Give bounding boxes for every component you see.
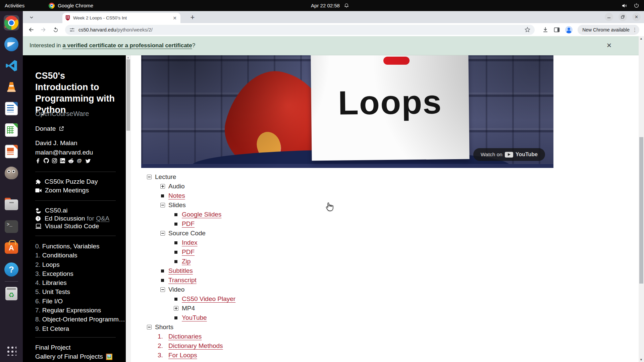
- volume-icon[interactable]: [622, 3, 628, 9]
- week-item-3[interactable]: 3.Exceptions: [35, 269, 125, 278]
- collapse-icon[interactable]: [147, 325, 152, 329]
- ed-question-icon: ?: [35, 216, 41, 222]
- list-number: 3.: [158, 352, 165, 359]
- dock-app-grid[interactable]: [4, 343, 19, 358]
- qa-link[interactable]: Q&A: [96, 215, 109, 222]
- zoom-meetings-link[interactable]: Zoom Meetings: [35, 187, 89, 194]
- sidebar-scrollbar-thumb[interactable]: [126, 59, 130, 131]
- collapse-icon[interactable]: [160, 203, 165, 207]
- back-icon[interactable]: [28, 26, 35, 33]
- expand-icon[interactable]: [174, 306, 178, 311]
- dock-libreoffice-impress[interactable]: [4, 144, 19, 159]
- youtube-embed[interactable]: Loops Watch on YouTube: [141, 55, 553, 168]
- tree-link-source-pdf: PDF: [131, 247, 235, 257]
- resource-tree: Lecture Audio Notes Slides Google Slides…: [131, 172, 235, 360]
- site-settings-icon[interactable]: [69, 27, 75, 33]
- tree-link-index: Index: [131, 238, 235, 247]
- scroll-down-icon[interactable]: ▼: [640, 358, 643, 361]
- instructor-email[interactable]: malan@harvard.edu: [35, 149, 93, 156]
- collapse-icon[interactable]: [160, 287, 165, 292]
- dock-libreoffice-calc[interactable]: [4, 122, 19, 138]
- bullet-icon: [174, 241, 177, 244]
- tab-week2-loops[interactable]: Week 2 Loops - CS50's Int ✕: [62, 13, 180, 23]
- dock-gimp[interactable]: [4, 165, 19, 181]
- donate-link[interactable]: Donate: [35, 125, 64, 132]
- tab-close-icon[interactable]: ✕: [172, 15, 178, 21]
- final-project-link[interactable]: Final Project: [35, 344, 71, 351]
- week-list: 0.Functions, Variables 1.Conditionals 2.…: [35, 242, 125, 333]
- clock-menu[interactable]: Apr 22 02:58: [311, 3, 349, 8]
- activities-button[interactable]: Activities: [5, 3, 24, 8]
- facebook-icon[interactable]: [35, 158, 41, 164]
- harvard-shield-favicon: [65, 15, 70, 21]
- dock-terminal[interactable]: >_: [4, 219, 19, 234]
- instagram-icon[interactable]: [52, 158, 57, 164]
- downloads-icon[interactable]: [542, 26, 549, 33]
- page-scrollbar-thumb[interactable]: [639, 137, 643, 284]
- gallery-link[interactable]: Gallery of Final Projects 🖼️: [35, 353, 113, 360]
- new-tab-button[interactable]: +: [188, 13, 197, 22]
- external-link-icon: [59, 126, 64, 131]
- window-minimize-button[interactable]: [605, 13, 613, 21]
- certificate-link[interactable]: a verified certificate or a professional…: [62, 42, 192, 49]
- week-item-0[interactable]: 0.Functions, Variables: [35, 242, 125, 251]
- page-scrollbar[interactable]: ▲ ▼: [639, 36, 644, 362]
- tree-node-shorts: Shorts: [131, 322, 235, 332]
- week-item-2[interactable]: 2.Loops: [35, 260, 125, 269]
- puzzle-day-link[interactable]: CS50x Puzzle Day: [35, 178, 98, 185]
- profile-avatar[interactable]: [565, 26, 573, 34]
- collapse-icon[interactable]: [147, 175, 152, 179]
- watch-on-youtube-button[interactable]: Watch on YouTube: [473, 148, 545, 161]
- scroll-up-icon[interactable]: ▲: [127, 56, 129, 59]
- video-thumbnail-podium: [192, 150, 510, 168]
- dock-chrome[interactable]: [4, 15, 19, 31]
- forward-icon[interactable]: [40, 26, 47, 33]
- tree-link-for-loops: 3.For Loops: [131, 351, 235, 360]
- banner-close-icon[interactable]: ✕: [606, 42, 612, 49]
- github-icon[interactable]: [43, 158, 49, 164]
- week-item-9[interactable]: 9.Et Cetera: [35, 324, 125, 333]
- week-item-7[interactable]: 7.Regular Expressions: [35, 306, 125, 315]
- dock-ubuntu-software[interactable]: A: [4, 240, 19, 256]
- expand-icon[interactable]: [160, 184, 165, 189]
- week-item-1[interactable]: 1.Conditionals: [35, 251, 125, 260]
- dock-help[interactable]: ?: [4, 262, 19, 277]
- list-number: 2.: [158, 342, 165, 350]
- window-restore-button[interactable]: [619, 13, 627, 21]
- dock-libreoffice-writer[interactable]: [4, 101, 19, 116]
- course-title: CS50's Introduction to Programming with …: [35, 70, 120, 116]
- dock-vscode[interactable]: [4, 58, 19, 73]
- focused-app-indicator[interactable]: Google Chrome: [49, 3, 93, 9]
- cs50ai-link[interactable]: CS50.ai: [35, 207, 68, 214]
- sidebar-scrollbar[interactable]: ▲: [126, 55, 131, 362]
- scroll-up-icon[interactable]: ▲: [640, 37, 643, 40]
- week-item-6[interactable]: 6.File I/O: [35, 297, 125, 306]
- address-bar[interactable]: cs50.harvard.edu/python/weeks/2/: [65, 25, 535, 35]
- power-icon[interactable]: [634, 3, 639, 8]
- app-grid-icon: [6, 346, 16, 356]
- vlc-icon: [5, 80, 18, 94]
- tab-search-button[interactable]: [28, 13, 36, 21]
- week-item-4[interactable]: 4.Libraries: [35, 278, 125, 287]
- week-item-8[interactable]: 8.Object-Oriented Programm…: [35, 315, 125, 324]
- window-close-button[interactable]: ✕: [632, 13, 641, 21]
- vscode-link[interactable]: Visual Studio Code: [35, 223, 99, 230]
- reload-icon[interactable]: [52, 26, 59, 33]
- dock-trash[interactable]: ♻: [4, 286, 19, 301]
- dock-vlc[interactable]: [4, 79, 19, 95]
- dock-files[interactable]: [4, 197, 19, 213]
- chrome-update-chip[interactable]: New Chrome available ⋮: [578, 25, 639, 35]
- week-item-5[interactable]: 5.Unit Tests: [35, 287, 125, 296]
- collapse-icon[interactable]: [160, 231, 165, 236]
- linkedin-icon[interactable]: [60, 158, 65, 164]
- dock-thunderbird[interactable]: [4, 37, 19, 52]
- reddit-icon[interactable]: [68, 158, 74, 164]
- url-host: cs50.harvard.edu: [78, 27, 116, 33]
- ed-discussion-link[interactable]: ? Ed Discussion for Q&A: [35, 215, 109, 222]
- side-panel-icon[interactable]: [553, 26, 560, 33]
- twitter-icon[interactable]: [85, 158, 91, 164]
- sidebar-divider: [35, 200, 116, 201]
- kebab-menu-icon[interactable]: ⋮: [632, 27, 637, 33]
- bookmark-star-icon[interactable]: [524, 26, 531, 33]
- threads-icon[interactable]: @: [76, 158, 82, 164]
